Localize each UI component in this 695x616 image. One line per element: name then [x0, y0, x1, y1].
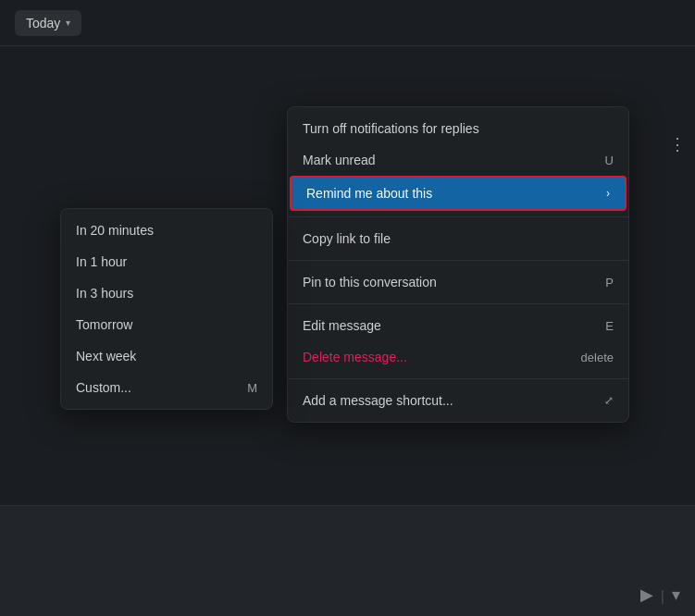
submenu-item-1-hour[interactable]: In 1 hour	[61, 246, 272, 277]
menu-section-3: Pin to this conversation P	[288, 260, 628, 303]
menu-item-label: Add a message shortcut...	[303, 393, 453, 408]
submenu-item-label: In 20 minutes	[76, 223, 154, 238]
expand-button[interactable]: ▾	[672, 585, 680, 605]
main-area: Turn off notifications for replies Mark …	[0, 46, 695, 616]
chevron-down-icon: ▾	[66, 18, 70, 28]
submenu-item-20-minutes[interactable]: In 20 minutes	[61, 215, 272, 246]
submenu-item-label: In 3 hours	[76, 286, 133, 301]
menu-item-edit-message[interactable]: Edit message E	[288, 310, 628, 341]
today-label: Today	[26, 16, 60, 31]
menu-item-shortcut: E	[605, 319, 614, 333]
submenu-item-label: Custom...	[76, 380, 131, 395]
menu-item-label: Remind me about this	[306, 186, 432, 201]
external-link-icon: ⤢	[604, 394, 614, 407]
send-button[interactable]: ▶	[640, 585, 653, 605]
menu-item-label: Turn off notifications for replies	[303, 121, 479, 136]
chevron-right-icon: ›	[606, 187, 610, 200]
menu-item-label: Edit message	[303, 318, 381, 333]
menu-item-label: Copy link to file	[303, 231, 391, 246]
divider: |	[661, 588, 664, 605]
menu-item-add-shortcut[interactable]: Add a message shortcut... ⤢	[288, 385, 628, 416]
menu-item-label: Pin to this conversation	[303, 275, 437, 290]
context-menu: Turn off notifications for replies Mark …	[287, 106, 629, 423]
submenu-item-tomorrow[interactable]: Tomorrow	[61, 309, 272, 340]
submenu-item-custom[interactable]: Custom... M	[61, 372, 272, 403]
menu-item-remind-me[interactable]: Remind me about this ›	[290, 176, 627, 211]
menu-item-copy-link[interactable]: Copy link to file	[288, 223, 628, 254]
menu-item-pin[interactable]: Pin to this conversation P	[288, 266, 628, 298]
menu-section-1: Turn off notifications for replies Mark …	[288, 107, 628, 216]
menu-item-turn-off-notifications[interactable]: Turn off notifications for replies	[288, 113, 628, 144]
menu-section-5: Add a message shortcut... ⤢	[288, 378, 628, 422]
menu-item-label: Mark unread	[303, 153, 376, 167]
menu-section-4: Edit message E Delete message... delete	[288, 303, 628, 378]
input-area: ▶ | ▾	[0, 505, 695, 616]
send-icon: ▶	[640, 585, 653, 605]
three-dot-icon[interactable]: ⋮	[669, 134, 686, 154]
menu-item-shortcut: U	[605, 154, 614, 167]
top-bar: Today ▾	[0, 0, 695, 46]
submenu-item-label: In 1 hour	[76, 254, 127, 269]
menu-item-label: Delete message...	[303, 350, 407, 364]
submenu-item-3-hours[interactable]: In 3 hours	[61, 277, 272, 309]
menu-item-mark-unread[interactable]: Mark unread U	[288, 144, 628, 176]
submenu-item-label: Next week	[76, 349, 136, 363]
menu-section-2: Copy link to file	[288, 216, 628, 260]
submenu-item-next-week[interactable]: Next week	[61, 340, 272, 372]
submenu-item-shortcut: M	[247, 381, 257, 395]
submenu: In 20 minutes In 1 hour In 3 hours Tomor…	[60, 208, 273, 410]
menu-item-shortcut: P	[605, 276, 614, 290]
menu-item-delete-message[interactable]: Delete message... delete	[288, 341, 628, 373]
menu-item-shortcut: delete	[581, 351, 614, 364]
submenu-item-label: Tomorrow	[76, 317, 132, 332]
today-button[interactable]: Today ▾	[15, 10, 81, 36]
chevron-down-icon: ▾	[672, 585, 680, 605]
